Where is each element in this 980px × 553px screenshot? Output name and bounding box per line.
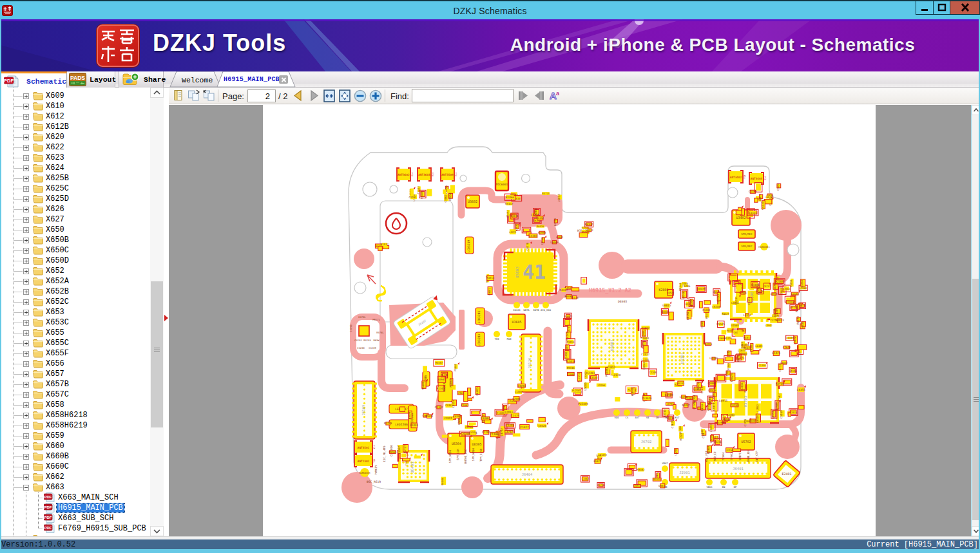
expand-icon[interactable] <box>23 104 29 109</box>
expand-icon[interactable] <box>23 93 29 99</box>
tree-folder-X625D[interactable]: X625D <box>1 194 150 204</box>
expand-icon[interactable] <box>23 351 29 357</box>
tab-schematic[interactable]: PDF Schematic <box>0 71 67 88</box>
tab-share[interactable]: Share <box>119 71 164 88</box>
tree-folder-X655F[interactable]: X655F <box>1 348 150 359</box>
tree-folder-X650[interactable]: X650 <box>1 225 150 235</box>
expand-icon[interactable] <box>23 423 29 429</box>
expand-icon[interactable] <box>23 135 29 140</box>
tree-scroll-down-icon[interactable] <box>150 526 164 536</box>
close-button[interactable] <box>950 1 980 15</box>
tree-folder-X655[interactable]: X655 <box>1 328 150 338</box>
expand-icon[interactable] <box>23 258 29 264</box>
tree-folder-X650B[interactable]: X650B <box>1 235 150 245</box>
minimize-button[interactable] <box>916 1 934 15</box>
expand-icon[interactable] <box>23 382 29 388</box>
expand-icon[interactable] <box>23 238 29 243</box>
tree-folder-X625C[interactable]: X625C <box>1 183 150 194</box>
tree-folder-X624[interactable]: X624 <box>1 163 150 173</box>
expand-icon[interactable] <box>23 124 29 130</box>
expand-icon[interactable] <box>23 464 29 470</box>
expand-icon[interactable] <box>23 165 29 171</box>
tree-folder-X652A[interactable]: X652A <box>1 276 150 286</box>
find-input[interactable] <box>412 89 514 102</box>
tree-folder-X660[interactable]: X660 <box>1 441 150 451</box>
expand-icon[interactable] <box>23 330 29 336</box>
zoom-out-icon[interactable] <box>354 89 367 105</box>
tree-folder-X656[interactable]: X656 <box>1 359 150 369</box>
tree-folder-X612[interactable]: X612 <box>1 111 150 122</box>
fit-width-icon[interactable] <box>323 89 335 105</box>
tree-folder-X660B[interactable]: X660B <box>1 451 150 462</box>
tab-close-icon[interactable] <box>279 75 288 84</box>
expand-icon[interactable] <box>23 402 29 408</box>
expand-icon[interactable] <box>23 361 29 367</box>
find-next-icon[interactable] <box>533 90 545 104</box>
tree-file-F6769_H6915_SUB_PCB[interactable]: PDF F6769_H6915_SUB_PCB <box>1 523 150 534</box>
tree-folder-X657C[interactable]: X657C <box>1 389 150 400</box>
expand-icon[interactable] <box>23 155 29 161</box>
zoom-in-icon[interactable] <box>369 89 382 105</box>
find-previous-icon[interactable] <box>517 90 529 104</box>
expand-icon[interactable] <box>23 248 29 254</box>
expand-icon[interactable] <box>23 279 29 285</box>
tree-folder-X620[interactable]: X620 <box>1 132 150 142</box>
tree-folder-X627[interactable]: X627 <box>1 214 150 225</box>
tree-folder-X658[interactable]: X658 <box>1 400 150 410</box>
tree-file-X663_SUB_SCH[interactable]: PDF X663_SUB_SCH <box>1 513 150 523</box>
tree-folder-X655C[interactable]: X655C <box>1 338 150 348</box>
tree-folder-X658H6218[interactable]: X658H6218 <box>1 410 150 420</box>
expand-icon[interactable] <box>23 444 29 449</box>
expand-icon[interactable] <box>23 268 29 274</box>
expand-icon[interactable] <box>23 196 29 202</box>
maximize-button[interactable] <box>934 1 950 15</box>
tab-layout[interactable]: PADS Layout <box>67 71 115 88</box>
tree-folder-X609[interactable]: X609 <box>1 91 150 101</box>
font-size-icon[interactable]: A a <box>549 89 561 104</box>
tree-folder-X650D[interactable]: X650D <box>1 256 150 266</box>
single-page-view-icon[interactable] <box>173 89 184 104</box>
expand-icon[interactable] <box>23 433 29 439</box>
tree-folder-X652C[interactable]: X652C <box>1 297 150 307</box>
expand-icon[interactable] <box>23 186 29 192</box>
tree-folder-X650C[interactable]: X650C <box>1 245 150 256</box>
tree-scrollbar-thumb[interactable] <box>151 281 163 427</box>
collapse-icon[interactable] <box>23 485 29 491</box>
two-page-view-icon[interactable] <box>187 89 201 104</box>
expand-icon[interactable] <box>23 176 29 182</box>
tree-folder-X610[interactable]: X610 <box>1 101 150 111</box>
tree-scrollbar[interactable] <box>150 88 164 536</box>
tree-folder-X612B[interactable]: X612B <box>1 122 150 132</box>
tree-folder-X623[interactable]: X623 <box>1 153 150 163</box>
next-page-arrow-icon[interactable] <box>309 89 320 104</box>
expand-icon[interactable] <box>23 207 29 212</box>
tree-folder-X659[interactable]: X659 <box>1 431 150 441</box>
tree-folder-X663[interactable]: X663 <box>1 482 150 492</box>
expand-icon[interactable] <box>23 145 29 151</box>
expand-icon[interactable] <box>23 371 29 377</box>
tree-folder-X652B[interactable]: X652B <box>1 286 150 297</box>
continuous-view-icon[interactable] <box>202 89 216 104</box>
expand-icon[interactable] <box>23 217 29 223</box>
expand-icon[interactable] <box>23 341 29 346</box>
expand-icon[interactable] <box>23 474 29 480</box>
expand-icon[interactable] <box>23 320 29 326</box>
tree-file-H6915_MAIN_PCB[interactable]: PDF H6915_MAIN_PCB <box>1 503 150 513</box>
tree-folder-X625B[interactable]: X625B <box>1 173 150 183</box>
expand-icon[interactable] <box>23 310 29 315</box>
tree-folder-X660C[interactable]: X660C <box>1 462 150 472</box>
tree-folder-X626[interactable]: X626 <box>1 204 150 214</box>
expand-icon[interactable] <box>23 299 29 305</box>
tree-folder-X653[interactable]: X653 <box>1 307 150 317</box>
previous-page-arrow-icon[interactable] <box>293 89 303 104</box>
tree-folder-X657B[interactable]: X657B <box>1 379 150 389</box>
splitter-collapse-icon[interactable] <box>164 314 169 322</box>
tree-folder-X657[interactable]: X657 <box>1 369 150 379</box>
page-number-input[interactable] <box>247 89 276 102</box>
expand-icon[interactable] <box>23 227 29 233</box>
tree-folder-X658H6219[interactable]: X658H6219 <box>1 420 150 431</box>
tree-folder-X622[interactable]: X622 <box>1 142 150 153</box>
expand-icon[interactable] <box>23 289 29 295</box>
panel-splitter[interactable] <box>164 88 169 536</box>
expand-icon[interactable] <box>23 454 29 460</box>
